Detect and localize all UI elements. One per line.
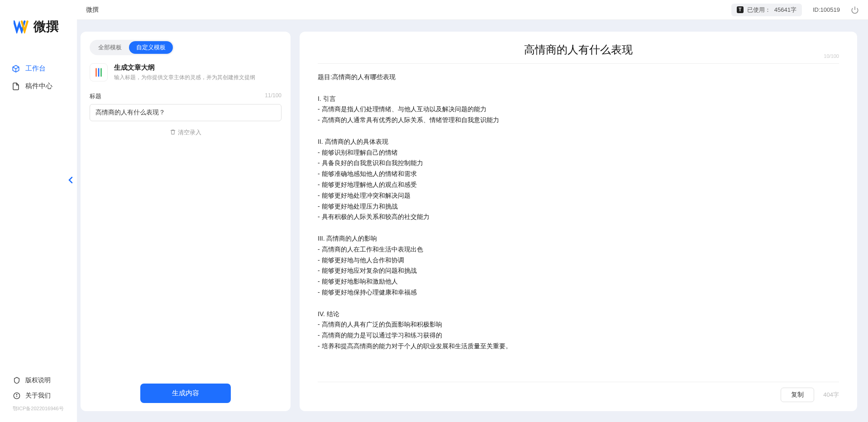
nav-drafts[interactable]: 稿件中心 — [0, 77, 77, 95]
result-title-counter: 10/100 — [824, 53, 839, 59]
app-logo-icon — [14, 20, 30, 33]
tab-all[interactable]: 全部模板 — [91, 41, 129, 54]
result-header: 高情商的人有什么表现 10/100 — [318, 43, 839, 64]
nav-workbench[interactable]: 工作台 — [0, 60, 77, 77]
copy-button[interactable]: 复制 — [781, 388, 814, 402]
generate-button[interactable]: 生成内容 — [140, 384, 231, 403]
main: 全部模板 自定义模板 生成文章大纲 输入标题，为你提供文章主体的灵感，并为其创建… — [81, 32, 857, 411]
footer-copyright[interactable]: 版权说明 — [0, 373, 77, 388]
result-divider: 复制 404字 — [318, 382, 839, 402]
usage-badge[interactable]: T 已使用： 45641字 — [731, 4, 802, 16]
info-icon — [13, 392, 21, 400]
left-panel: 全部模板 自定义模板 生成文章大纲 输入标题，为你提供文章主体的灵感，并为其创建… — [81, 32, 291, 411]
logo-text: 微撰 — [33, 18, 59, 35]
tab-custom[interactable]: 自定义模板 — [129, 41, 173, 54]
trash-icon — [170, 129, 176, 137]
shield-icon — [13, 376, 21, 384]
text-badge-icon: T — [737, 6, 744, 13]
cube-icon — [12, 65, 20, 73]
template-card: 生成文章大纲 输入标题，为你提供文章主体的灵感，并为其创建推文提纲 — [90, 63, 281, 81]
result-content[interactable]: 题目:高情商的人有哪些表现 I. 引言 - 高情商是指人们处理情绪、与他人互动以… — [318, 72, 839, 377]
right-panel: 高情商的人有什么表现 10/100 题目:高情商的人有哪些表现 I. 引言 - … — [300, 32, 857, 411]
topbar-right: T 已使用： 45641字 ID:100519 — [731, 4, 859, 16]
template-tabs: 全部模板 自定义模板 — [90, 40, 174, 55]
sidebar-bottom: 版权说明 关于我们 鄂ICP备2022016946号 — [0, 368, 77, 422]
template-desc: 输入标题，为你提供文章主体的灵感，并为其创建推文提纲 — [114, 74, 281, 81]
user-id: ID:100519 — [813, 6, 840, 13]
nav: 工作台 稿件中心 — [0, 46, 77, 368]
page-title: 微撰 — [86, 6, 99, 14]
title-label: 标题 — [90, 92, 101, 100]
sidebar: 微撰 工作台 稿件中心 版权说明 — [0, 0, 77, 422]
title-counter: 11/100 — [265, 92, 281, 100]
logo: 微撰 — [0, 0, 77, 46]
template-icon — [90, 63, 108, 81]
title-input[interactable] — [90, 104, 281, 121]
about-label: 关于我们 — [25, 392, 51, 400]
icp-text: 鄂ICP备2022016946号 — [0, 403, 77, 415]
template-title: 生成文章大纲 — [114, 63, 281, 72]
copyright-label: 版权说明 — [25, 376, 51, 384]
result-title: 高情商的人有什么表现 — [318, 43, 839, 57]
usage-label: 已使用： — [747, 6, 771, 14]
topbar: 微撰 T 已使用： 45641字 ID:100519 — [77, 0, 868, 20]
svg-point-2 — [16, 394, 17, 395]
result-footer: 复制 404字 — [318, 388, 839, 402]
template-info: 生成文章大纲 输入标题，为你提供文章主体的灵感，并为其创建推文提纲 — [114, 63, 281, 81]
document-icon — [12, 82, 20, 90]
word-count: 404字 — [823, 391, 839, 399]
clear-label: 清空录入 — [178, 128, 201, 137]
nav-drafts-label: 稿件中心 — [25, 82, 52, 90]
footer-about[interactable]: 关于我们 — [0, 388, 77, 403]
title-field-header: 标题 11/100 — [90, 92, 281, 100]
usage-value: 45641字 — [774, 6, 796, 14]
nav-workbench-label: 工作台 — [25, 64, 46, 73]
clear-button[interactable]: 清空录入 — [90, 121, 281, 137]
power-icon[interactable] — [851, 6, 859, 14]
collapse-handle[interactable] — [65, 172, 75, 188]
